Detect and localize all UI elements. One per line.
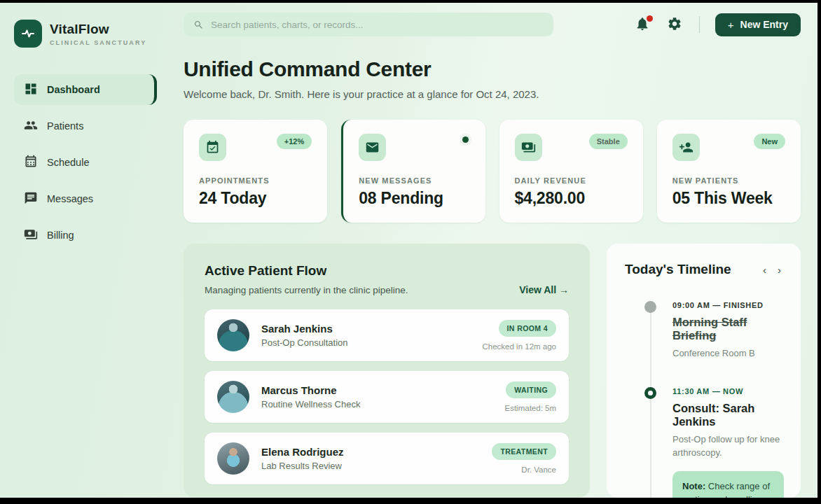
timeline-dot-now-icon <box>644 387 656 399</box>
payments-icon <box>24 227 38 244</box>
panel-subtitle: Managing patients currently in the clini… <box>205 285 408 295</box>
stat-badge: Stable <box>589 134 628 149</box>
patient-reason: Lab Results Review <box>261 461 344 471</box>
sidebar-item-schedule[interactable]: Schedule <box>14 147 157 178</box>
search-bar[interactable] <box>184 13 553 36</box>
green-status-dot-icon <box>462 136 469 143</box>
stat-value: 24 Today <box>199 189 312 208</box>
patient-meta: Estimated: 5m <box>505 404 557 412</box>
sidebar-item-label: Billing <box>47 230 74 241</box>
stat-card-appointments[interactable]: +12% APPOINTMENTS 24 Today <box>184 120 327 223</box>
patient-list: Sarah Jenkins Post-Op Consultation IN RO… <box>205 309 569 484</box>
event-time: 11:30 AM — NOW <box>672 387 784 396</box>
stat-value: 08 Pending <box>359 189 469 208</box>
patient-avatar <box>217 319 249 351</box>
gear-icon <box>667 16 682 31</box>
status-badge: IN ROOM 4 <box>499 320 556 337</box>
patient-avatar <box>217 381 249 413</box>
timeline-title: Today's Timeline <box>625 262 731 277</box>
patient-meta: Checked in 12m ago <box>483 342 556 351</box>
envelope-icon <box>359 134 386 161</box>
search-icon <box>193 20 204 30</box>
dashboard-icon <box>24 82 38 98</box>
new-entry-button[interactable]: + New Entry <box>715 13 801 36</box>
note-label: Note: <box>682 481 705 491</box>
event-detail: Conference Room B <box>672 347 784 360</box>
view-all-link[interactable]: View All → <box>519 284 569 295</box>
calendar-icon <box>24 155 38 171</box>
sidebar-item-patients[interactable]: Patients <box>14 111 157 141</box>
timeline-panel: Today's Timeline ‹ › 09:00 AM — FINISHED… <box>607 244 801 498</box>
event-detail: Post-Op follow up for knee arthroscopy. <box>672 433 784 460</box>
stat-card-new-patients[interactable]: New NEW PATIENTS 05 This Week <box>657 120 801 223</box>
timeline-event-finished[interactable]: 09:00 AM — FINISHED Morning Staff Briefi… <box>625 301 784 360</box>
search-input[interactable] <box>211 20 544 30</box>
patient-row[interactable]: Elena Rodriguez Lab Results Review TREAT… <box>205 433 569 484</box>
patient-avatar <box>217 442 249 475</box>
chevron-right-icon[interactable]: › <box>778 265 781 275</box>
calendar-check-icon <box>199 134 226 161</box>
patient-name: Sarah Jenkins <box>261 323 348 335</box>
timeline-dot-done-icon <box>644 301 656 313</box>
sidebar-item-label: Messages <box>47 193 93 204</box>
brand: VitalFlow CLINICAL SANCTUARY <box>14 20 157 48</box>
chat-icon <box>24 191 38 207</box>
arrow-right-icon: → <box>559 284 569 295</box>
patient-meta: Dr. Vance <box>492 465 556 474</box>
timeline-body: 09:00 AM — FINISHED Morning Staff Briefi… <box>625 301 784 498</box>
notification-badge-dot <box>647 15 653 22</box>
stat-card-revenue[interactable]: Stable DAILY REVENUE $4,280.00 <box>499 120 643 223</box>
topbar: + New Entry <box>184 10 801 39</box>
cash-icon <box>515 134 542 161</box>
notifications-button[interactable] <box>635 16 651 33</box>
patient-row[interactable]: Marcus Thorne Routine Wellness Check WAI… <box>205 371 569 423</box>
stat-badge: +12% <box>277 134 312 149</box>
screen: VitalFlow CLINICAL SANCTUARY Dashboard P… <box>0 0 821 504</box>
brand-tagline: CLINICAL SANCTUARY <box>50 39 146 46</box>
stat-label: NEW MESSAGES <box>359 176 469 185</box>
patient-reason: Routine Wellness Check <box>261 399 360 410</box>
bottom-row: Active Patient Flow Managing patients cu… <box>184 244 801 498</box>
event-title: Consult: Sarah Jenkins <box>672 402 784 428</box>
active-patient-flow-panel: Active Patient Flow Managing patients cu… <box>184 244 590 498</box>
sidebar-item-label: Patients <box>47 120 83 132</box>
person-add-icon <box>672 134 700 161</box>
sidebar-nav: Dashboard Patients Schedule Messages Bil… <box>14 74 157 251</box>
sidebar-item-label: Dashboard <box>47 84 100 95</box>
app-window: VitalFlow CLINICAL SANCTUARY Dashboard P… <box>0 3 817 498</box>
patient-row[interactable]: Sarah Jenkins Post-Op Consultation IN RO… <box>205 309 569 361</box>
status-badge: TREATMENT <box>492 443 556 460</box>
stat-label: APPOINTMENTS <box>199 176 312 185</box>
patients-icon <box>24 118 38 134</box>
stat-label: DAILY REVENUE <box>515 176 628 185</box>
status-badge: WAITING <box>506 382 556 398</box>
timeline-event-now[interactable]: 11:30 AM — NOW Consult: Sarah Jenkins Po… <box>625 387 784 498</box>
new-entry-label: New Entry <box>740 19 788 30</box>
topbar-actions: + New Entry <box>635 13 801 36</box>
event-title: Morning Staff Briefing <box>672 316 784 342</box>
plus-icon: + <box>728 19 734 31</box>
brand-name: VitalFlow <box>50 22 146 37</box>
stat-label: NEW PATIENTS <box>672 176 785 185</box>
page-title: Unified Command Center <box>184 57 801 81</box>
chevron-left-icon[interactable]: ‹ <box>763 265 766 275</box>
main-content: + New Entry Unified Command Center Welco… <box>168 3 817 498</box>
stat-cards: +12% APPOINTMENTS 24 Today NEW MESSAGES … <box>184 120 801 223</box>
stat-card-messages[interactable]: NEW MESSAGES 08 Pending <box>341 120 485 223</box>
sidebar-item-messages[interactable]: Messages <box>14 183 157 214</box>
vitalflow-logo-icon <box>14 20 42 48</box>
stat-value: $4,280.00 <box>515 189 628 208</box>
patient-name: Marcus Thorne <box>261 384 360 396</box>
stat-badge: New <box>754 134 785 149</box>
page-subtitle: Welcome back, Dr. Smith. Here is your pr… <box>184 88 801 100</box>
sidebar-item-dashboard[interactable]: Dashboard <box>14 74 157 105</box>
panel-title: Active Patient Flow <box>205 263 408 279</box>
sidebar-item-billing[interactable]: Billing <box>14 220 157 251</box>
patient-reason: Post-Op Consultation <box>261 337 348 348</box>
patient-name: Elena Rodriguez <box>261 446 344 458</box>
event-note: Note: Check range of motion and swelling… <box>672 471 784 498</box>
event-time: 09:00 AM — FINISHED <box>672 301 784 309</box>
sidebar-item-label: Schedule <box>47 157 89 168</box>
stat-value: 05 This Week <box>672 189 785 208</box>
settings-button[interactable] <box>667 16 684 33</box>
